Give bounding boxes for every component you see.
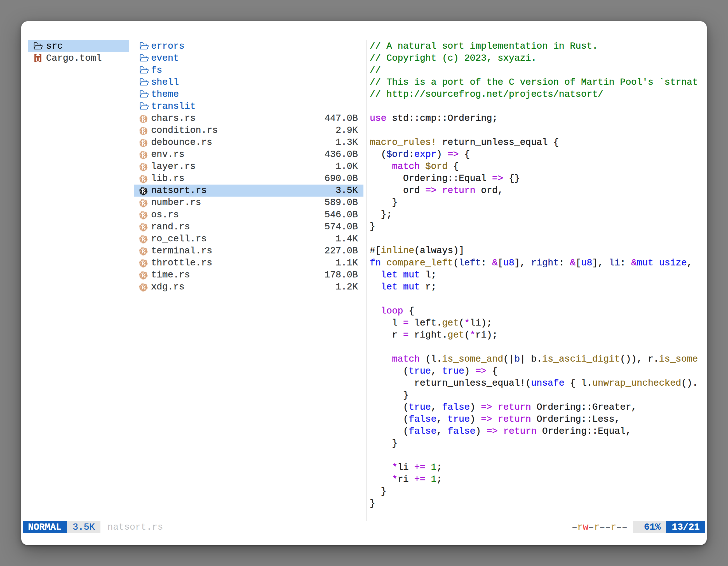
svg-text:R: R [142,285,146,290]
svg-text:R: R [142,225,146,230]
svg-text:R: R [142,237,146,242]
svg-text:R: R [142,273,146,278]
svg-text:R: R [142,177,146,182]
svg-text:R: R [142,116,146,122]
svg-text:R: R [142,140,146,146]
svg-text:R: R [142,189,146,194]
svg-text:R: R [142,213,146,218]
svg-text:R: R [142,152,146,158]
svg-text:R: R [142,261,146,266]
svg-text:R: R [142,249,146,254]
svg-text:R: R [142,128,146,134]
svg-text:R: R [142,201,146,206]
svg-text:R: R [142,164,146,170]
